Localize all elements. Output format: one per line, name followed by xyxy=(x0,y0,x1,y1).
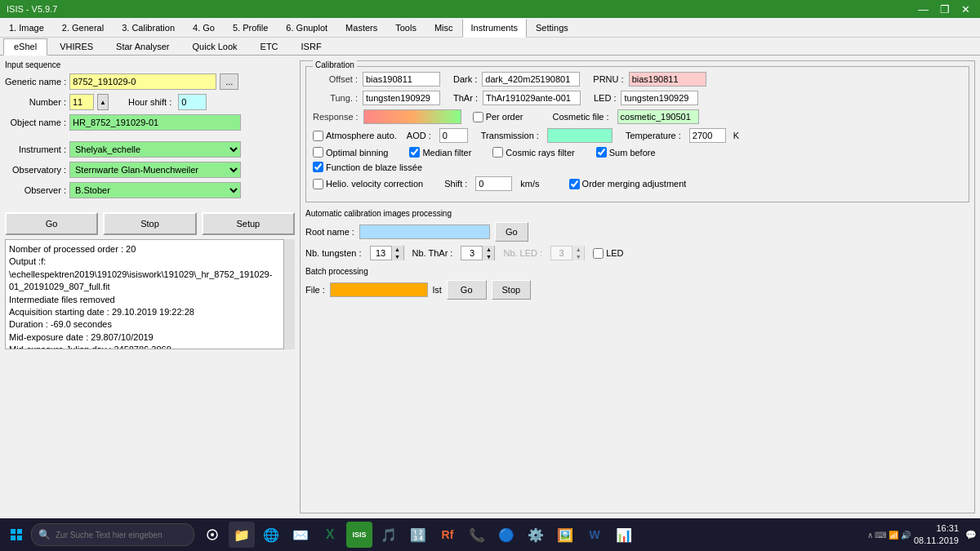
batch-title: Batch processing xyxy=(305,267,969,276)
prnu-input[interactable] xyxy=(629,72,706,87)
tab-isrf[interactable]: ISRF xyxy=(291,38,332,55)
mail-icon[interactable]: ✉️ xyxy=(287,522,314,548)
observer-select[interactable]: B.Stober xyxy=(69,182,241,198)
led-input[interactable] xyxy=(621,91,698,105)
optimal-binning-checkbox[interactable] xyxy=(313,147,323,158)
nb-thar-down[interactable]: ▼ xyxy=(483,253,494,260)
app6-icon[interactable]: 🎵 xyxy=(376,522,402,548)
number-input[interactable] xyxy=(69,94,94,110)
output-area[interactable]: Nomber of processed order : 20 Output :f… xyxy=(5,239,295,349)
taskbar-search-input[interactable] xyxy=(56,531,186,540)
auto-calib-go-button[interactable]: Go xyxy=(495,222,528,242)
nb-tungsten-down[interactable]: ▼ xyxy=(392,253,403,260)
nb-tungsten-up[interactable]: ▲ xyxy=(392,246,403,253)
nb-thar-input[interactable] xyxy=(461,247,482,260)
menu-settings[interactable]: Settings xyxy=(527,18,577,37)
calc-icon[interactable]: 🔢 xyxy=(405,522,431,548)
atmosphere-auto-checkbox[interactable] xyxy=(313,131,323,141)
tab-quick-look[interactable]: Quick Look xyxy=(182,38,248,55)
notification-icon[interactable]: 💬 xyxy=(965,530,977,540)
menu-go[interactable]: 4. Go xyxy=(184,18,224,37)
task-view-icon[interactable] xyxy=(199,522,225,548)
observatory-select[interactable]: Sternwarte Glan-Muenchweiler xyxy=(69,162,241,178)
per-order-checkbox[interactable] xyxy=(473,112,483,122)
nb-led-up[interactable]: ▲ xyxy=(572,246,584,253)
photos-icon[interactable]: 🖼️ xyxy=(552,522,578,548)
isis-icon[interactable]: ISIS xyxy=(346,522,372,548)
menu-calibration[interactable]: 3. Calibration xyxy=(113,18,184,37)
browser2-icon[interactable]: 🔵 xyxy=(493,522,519,548)
nb-led-down[interactable]: ▼ xyxy=(572,253,584,260)
temperature-input[interactable] xyxy=(689,128,726,143)
menu-misc[interactable]: Misc xyxy=(425,18,462,37)
shift-input[interactable] xyxy=(475,176,512,191)
dark-input[interactable] xyxy=(482,72,580,87)
menu-gnuplot[interactable]: 6. Gnuplot xyxy=(277,18,336,37)
function-blaze-checkbox[interactable] xyxy=(313,162,323,172)
taskbar-search[interactable]: 🔍 xyxy=(31,523,194,546)
svg-point-5 xyxy=(211,533,214,536)
shift-unit: km/s xyxy=(520,179,539,189)
nb-thar-up[interactable]: ▲ xyxy=(483,246,494,253)
generic-name-row: Generic name : ... xyxy=(5,73,295,90)
number-spin-up[interactable]: ▲ xyxy=(97,94,109,110)
browse-button[interactable]: ... xyxy=(220,73,238,90)
edge-icon[interactable]: 🌐 xyxy=(258,522,284,548)
tab-vhires[interactable]: VHIRES xyxy=(49,38,104,55)
menu-general[interactable]: 2. General xyxy=(53,18,113,37)
helio-velocity-checkbox[interactable] xyxy=(313,179,323,189)
dark-label: Dark : xyxy=(453,74,477,84)
stop-button[interactable]: Stop xyxy=(103,212,196,235)
menu-instruments[interactable]: Instruments xyxy=(462,19,527,38)
tung-input[interactable] xyxy=(363,91,440,105)
aod-input[interactable] xyxy=(439,128,468,143)
offset-input[interactable] xyxy=(363,72,440,87)
transmission-bar xyxy=(547,128,612,143)
sum-before-checkbox[interactable] xyxy=(596,147,607,158)
object-name-input[interactable] xyxy=(69,114,241,131)
phone-icon[interactable]: 📞 xyxy=(464,522,490,548)
clock-date: 08.11.2019 xyxy=(914,535,959,547)
generic-name-input[interactable] xyxy=(69,73,216,90)
tung-label: Tung. : xyxy=(313,93,358,103)
right-panel: Calibration Offset : Dark : PRNU : Tung.… xyxy=(300,60,975,513)
app8-icon[interactable]: Rf xyxy=(434,522,461,548)
word-icon[interactable]: W xyxy=(581,522,608,548)
app12-icon[interactable]: 📊 xyxy=(611,522,637,548)
batch-go-button[interactable]: Go xyxy=(447,280,487,300)
calib-row-5: Optimal binning Median filter Cosmic ray… xyxy=(313,147,962,158)
order-merging-checkbox[interactable] xyxy=(569,179,580,189)
taskbar: 🔍 📁 🌐 ✉️ X ISIS 🎵 🔢 Rf xyxy=(0,518,980,551)
observatory-label: Observatory : xyxy=(5,165,66,175)
maximize-button[interactable]: ❐ xyxy=(937,3,953,16)
menu-profile[interactable]: 5. Profile xyxy=(224,18,277,37)
go-button[interactable]: Go xyxy=(5,212,98,235)
tab-etc[interactable]: ETC xyxy=(250,38,289,55)
menu-image[interactable]: 1. Image xyxy=(0,18,53,37)
app10-icon[interactable]: ⚙️ xyxy=(523,522,549,548)
batch-stop-button[interactable]: Stop xyxy=(492,280,532,300)
tab-eshel[interactable]: eShel xyxy=(3,38,47,56)
setup-button[interactable]: Setup xyxy=(202,212,295,235)
thar-input[interactable] xyxy=(483,91,581,105)
file-explorer-icon[interactable]: 📁 xyxy=(229,522,255,548)
menu-tools[interactable]: Tools xyxy=(386,18,425,37)
tab-star-analyser[interactable]: Star Analyser xyxy=(105,38,180,55)
tray-icons: ∧ ⌨ 📶 🔊 xyxy=(867,531,911,540)
close-button[interactable]: ✕ xyxy=(958,3,973,16)
median-filter-checkbox[interactable] xyxy=(409,147,420,158)
nb-tungsten-input[interactable] xyxy=(371,247,391,260)
nb-led-input[interactable] xyxy=(551,247,572,260)
excel-icon[interactable]: X xyxy=(317,522,343,548)
cosmetic-file-input[interactable] xyxy=(617,109,699,124)
start-button[interactable] xyxy=(3,525,29,544)
instrument-select[interactable]: Shelyak_echelle xyxy=(69,141,241,158)
hour-shift-input[interactable] xyxy=(178,94,207,110)
cosmic-rays-checkbox[interactable] xyxy=(492,147,503,158)
led-checkbox[interactable] xyxy=(593,248,604,259)
menu-masters[interactable]: Masters xyxy=(336,18,386,37)
batch-file-label: File : xyxy=(305,285,325,295)
minimize-button[interactable]: — xyxy=(915,3,932,16)
output-scrollbar[interactable] xyxy=(283,239,295,349)
svg-rect-0 xyxy=(11,529,16,534)
